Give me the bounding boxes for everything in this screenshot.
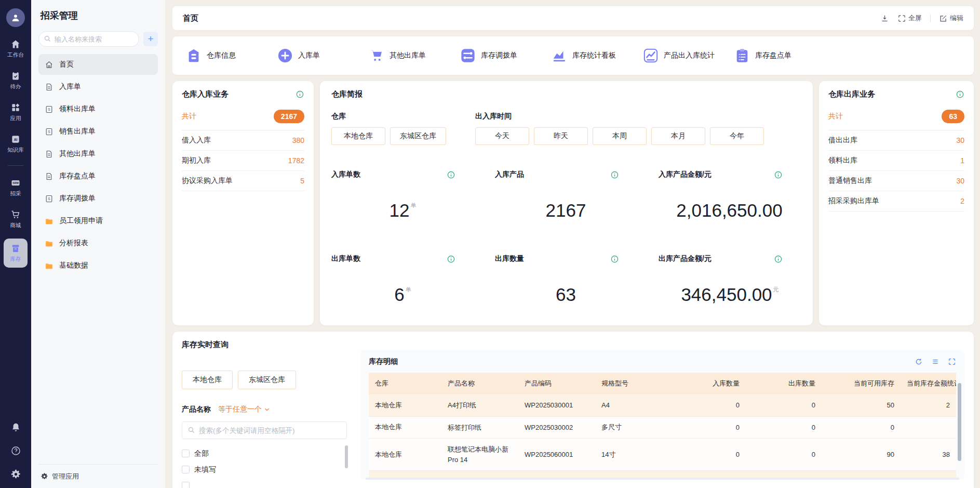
option-clipped[interactable]: [182, 478, 347, 488]
column-header[interactable]: 当前可用库存: [822, 373, 901, 394]
rail-item-apps[interactable]: 应用: [10, 102, 21, 122]
rail-item-knowledge[interactable]: AI 知识库: [7, 134, 24, 154]
checkbox[interactable]: [182, 450, 190, 457]
time-filter-button[interactable]: 今天: [475, 127, 529, 145]
sidebar-item-other-outbound[interactable]: 其他出库单: [38, 143, 158, 164]
quick-links-bar: 仓库信息 入库单 其他出库单 库存调拨单 库存统计看板 产品出入库统计 库存盘点…: [172, 36, 974, 75]
add-button[interactable]: +: [143, 32, 158, 46]
rail-item-inventory[interactable]: 库存: [4, 239, 28, 268]
stat-row[interactable]: 普通销售出库 30: [828, 171, 964, 191]
stat-row[interactable]: 借入入库 380: [182, 130, 304, 151]
rail-item-workbench[interactable]: 工作台: [7, 39, 24, 59]
checkbox[interactable]: [182, 466, 190, 473]
quick-link-label: 仓库信息: [207, 51, 236, 60]
warehouse-filter-button[interactable]: 本地仓库: [182, 371, 233, 389]
stat-row[interactable]: 期初入库 1782: [182, 151, 304, 171]
time-filter-button[interactable]: 今年: [710, 127, 764, 145]
quick-link-warehouse-info[interactable]: 仓库信息: [186, 48, 277, 63]
sidebar-item-transfer[interactable]: S 库存调拨单: [38, 188, 158, 209]
condition-dropdown[interactable]: 等于任意一个: [218, 405, 271, 414]
fullscreen-button[interactable]: 全屏: [897, 14, 922, 23]
option-all[interactable]: 全部: [182, 445, 347, 461]
filter-label: 仓库: [331, 112, 446, 121]
warehouse-filter-button[interactable]: 本地仓库: [331, 127, 385, 145]
download-button[interactable]: [880, 14, 889, 23]
table-cell: 38: [901, 439, 956, 471]
filter-label: 出入库时间: [475, 112, 764, 121]
rail-item-mall[interactable]: 商城: [10, 209, 21, 229]
warehouse-filter-button[interactable]: 东城区仓库: [390, 127, 446, 145]
table-cell: A4打印纸: [441, 394, 518, 416]
table-cell: 50: [822, 394, 901, 416]
info-icon[interactable]: [296, 90, 304, 99]
info-icon[interactable]: [774, 255, 783, 263]
table-row[interactable]: 本地仓库 标签打印纸 WP2025030002 多尺寸 0 0 0: [369, 416, 956, 439]
quick-link-other-outbound[interactable]: 其他出库单: [369, 48, 460, 63]
column-header[interactable]: 当前库存金额统计: [901, 373, 956, 394]
stat-row[interactable]: 借出出库 30: [828, 130, 964, 151]
info-icon[interactable]: [610, 170, 619, 179]
total-label: 共计: [182, 112, 196, 121]
help-icon[interactable]: [10, 445, 21, 456]
manage-apps-button[interactable]: 管理应用: [38, 464, 158, 488]
table-row[interactable]: 本地仓库 A4打印纸 WP2025030001 A4 0 0 50 2: [369, 394, 956, 416]
rail-item-todo[interactable]: 待办: [10, 71, 21, 90]
refresh-icon[interactable]: [915, 358, 923, 366]
column-header[interactable]: 产品名称: [441, 373, 518, 394]
user-avatar[interactable]: [6, 8, 25, 27]
sidebar-item-home[interactable]: 首页: [38, 54, 158, 75]
info-icon[interactable]: [447, 170, 455, 179]
stat-label: 协议采购入库单: [182, 176, 233, 186]
gear-icon[interactable]: [10, 469, 21, 480]
quick-link-transfer-order[interactable]: 库存调拨单: [460, 48, 552, 63]
stat-row[interactable]: 招采采购出库单 2: [828, 191, 964, 212]
sidebar-item-material-outbound[interactable]: S 领料出库单: [38, 99, 158, 120]
quick-link-stats-board[interactable]: 库存统计看板: [552, 48, 643, 63]
column-header[interactable]: 出库数量: [746, 373, 822, 394]
table-cell: 0: [746, 394, 822, 416]
sidebar-item-inbound-order[interactable]: 入库单: [38, 76, 158, 97]
warehouse-buttons: 本地仓库 东城区仓库: [331, 127, 446, 145]
info-icon[interactable]: [610, 255, 619, 263]
time-filter-button[interactable]: 本月: [651, 127, 705, 145]
bell-icon[interactable]: [10, 422, 21, 433]
column-header[interactable]: 仓库: [369, 373, 441, 394]
warehouse-filter-button[interactable]: 东城区仓库: [238, 371, 296, 389]
sidebar-item-stocktake[interactable]: 库存盘点单: [38, 166, 158, 187]
total-row[interactable]: 共计 2167: [182, 102, 304, 130]
list-scrollbar[interactable]: [345, 445, 348, 468]
table-horizontal-scrollbar[interactable]: [366, 478, 959, 480]
sidebar-item-employee-request[interactable]: 员工领用申请: [38, 210, 158, 231]
stat-row[interactable]: 领料出库 1: [828, 151, 964, 171]
sidebar-search-input[interactable]: [38, 31, 139, 47]
sidebar-item-base-data[interactable]: 基础数据: [38, 255, 158, 276]
table-header-row: 仓库 产品名称 产品编码 规格型号 入库数量 出库数量 当前可用库存 当前库存金…: [369, 373, 956, 394]
time-filter-button[interactable]: 本周: [593, 127, 647, 145]
sidebar-item-sales-outbound[interactable]: S 销售出库单: [38, 121, 158, 142]
total-row[interactable]: 共计 63: [828, 102, 964, 130]
expand-icon[interactable]: [948, 358, 956, 366]
edit-button[interactable]: 编辑: [939, 14, 963, 23]
sidebar-item-analysis-report[interactable]: 分析报表: [38, 233, 158, 254]
table-cell: 90: [822, 439, 901, 471]
rail-item-label: 应用: [10, 115, 21, 122]
option-unfilled[interactable]: 未填写: [182, 461, 347, 478]
column-header[interactable]: 入库数量: [670, 373, 746, 394]
stat-row[interactable]: 协议采购入库单 5: [182, 171, 304, 191]
column-header[interactable]: 规格型号: [595, 373, 670, 394]
column-header[interactable]: 产品编码: [518, 373, 595, 394]
quick-link-label: 入库单: [298, 51, 320, 60]
info-icon[interactable]: [447, 255, 455, 263]
column-settings-icon[interactable]: [931, 358, 939, 366]
checkbox[interactable]: [182, 482, 190, 488]
product-search-input[interactable]: [182, 421, 347, 439]
table-row[interactable]: 本地仓库 联想笔记本电脑小新Pro 14 WP2025060001 14寸 0 …: [369, 439, 956, 471]
time-filter-button[interactable]: 昨天: [534, 127, 588, 145]
info-icon[interactable]: [774, 170, 783, 179]
info-icon[interactable]: [956, 90, 964, 99]
quick-link-product-io-stats[interactable]: 产品出入库统计: [643, 48, 734, 63]
table-vertical-scrollbar[interactable]: [958, 383, 961, 461]
quick-link-inbound-order[interactable]: 入库单: [277, 48, 369, 63]
quick-link-stocktake-order[interactable]: 库存盘点单: [734, 48, 826, 63]
rail-item-srm[interactable]: SRM 招采: [10, 178, 21, 197]
